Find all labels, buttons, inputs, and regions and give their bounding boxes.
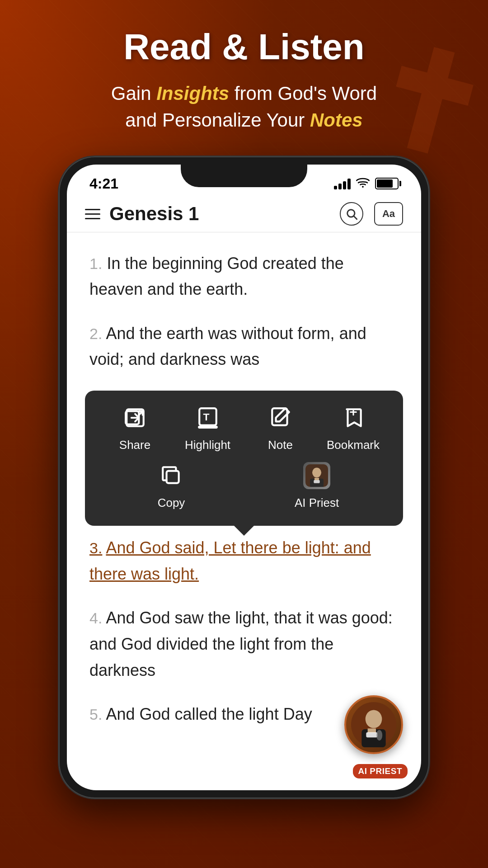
highlight-label: Highlight (185, 436, 230, 455)
battery-fill (377, 179, 393, 188)
verse-1-number: 1. (89, 255, 102, 272)
svg-point-0 (362, 186, 364, 188)
verse-3-number: 3. (89, 539, 102, 557)
battery-icon (375, 178, 399, 189)
svg-rect-14 (314, 480, 319, 483)
verse-3-text: And God said, Let there be light: and th… (89, 538, 371, 583)
verse-5-number: 5. (89, 706, 102, 723)
highlight-icon: T (194, 404, 221, 431)
verse-4-text: And God saw the light, that it was good:… (89, 609, 393, 679)
nav-right: Aa (340, 202, 403, 226)
verse-2-number: 2. (89, 325, 102, 342)
verse-4: 4. And God saw the light, that it was go… (89, 605, 399, 683)
menu-item-highlight[interactable]: T Highlight (178, 404, 237, 455)
menu-item-share[interactable]: Share (106, 404, 164, 455)
subtitle-text3: and Personalize Your (125, 109, 310, 131)
svg-point-16 (366, 710, 382, 728)
bible-content-area: 1. In the beginning God created the heav… (67, 232, 421, 790)
verse-5-text: And God called the light Day (106, 705, 312, 723)
bookmark-label: Bookmark (327, 436, 380, 455)
nav-left: Genesis 1 (85, 203, 199, 225)
bookmark-icon (340, 404, 367, 431)
menu-item-copy[interactable]: Copy (142, 462, 201, 513)
verse-1: 1. In the beginning God created the heav… (89, 250, 399, 302)
share-icon (122, 404, 149, 431)
wifi-icon (356, 176, 370, 191)
menu-item-note[interactable]: Note (251, 404, 310, 455)
ai-priest-float-label: AI PRIEST (353, 764, 408, 778)
svg-line-2 (354, 216, 357, 219)
verse-1-text: In the beginning God created the heaven … (89, 254, 344, 299)
menu-row-1: Share T (99, 404, 389, 455)
status-icons (334, 176, 399, 191)
note-label: Note (268, 436, 293, 455)
phone-screen: 4:21 (67, 165, 421, 790)
context-menu: Share T (85, 391, 403, 526)
copy-label: Copy (158, 494, 185, 513)
font-size-button[interactable]: Aa (374, 202, 403, 226)
ai-priest-menu-icon (303, 462, 330, 489)
nav-bar: Genesis 1 Aa (67, 196, 421, 232)
svg-text:T: T (203, 411, 209, 423)
menu-icon[interactable] (85, 209, 100, 219)
subtitle-text1: Gain (111, 83, 156, 104)
svg-point-20 (376, 730, 382, 740)
svg-rect-13 (314, 478, 319, 480)
signal-icon (334, 178, 351, 189)
svg-point-11 (312, 467, 321, 477)
subtitle-notes: Notes (310, 109, 363, 131)
search-button[interactable] (340, 202, 363, 226)
ai-priest-avatar-thumb (303, 462, 330, 489)
ai-priest-floating-button[interactable] (344, 695, 403, 754)
share-label: Share (119, 436, 150, 455)
status-time: 4:21 (89, 175, 118, 192)
note-icon (267, 404, 294, 431)
subtitle-insights: Insights (156, 83, 229, 104)
phone-notch (181, 165, 307, 187)
ai-priest-label: AI Priest (295, 494, 339, 513)
main-content: Read & Listen Gain Insights from God's W… (0, 0, 488, 798)
subtitle: Gain Insights from God's Word and Person… (111, 80, 377, 134)
verse-4-number: 4. (89, 609, 102, 627)
phone-mockup: 4:21 (59, 156, 429, 798)
bible-text: 1. In the beginning God created the heav… (67, 232, 421, 764)
font-size-label: Aa (382, 208, 395, 220)
verse-2: 2. And the earth was without form, and v… (89, 321, 399, 373)
verse-3: 3. And God said, Let there be light: and… (89, 535, 399, 587)
main-headline: Read & Listen (123, 27, 364, 67)
menu-item-ai-priest[interactable]: AI Priest (287, 462, 346, 513)
menu-row-2: Copy (99, 462, 389, 513)
phone-frame: 4:21 (59, 156, 429, 798)
copy-icon (158, 462, 185, 489)
svg-rect-19 (366, 732, 377, 737)
subtitle-text2: from God's Word (229, 83, 377, 104)
verse-2-text: And the earth was without form, and void… (89, 324, 366, 369)
svg-rect-9 (167, 471, 179, 483)
nav-title: Genesis 1 (109, 203, 199, 225)
menu-item-bookmark[interactable]: Bookmark (324, 404, 383, 455)
